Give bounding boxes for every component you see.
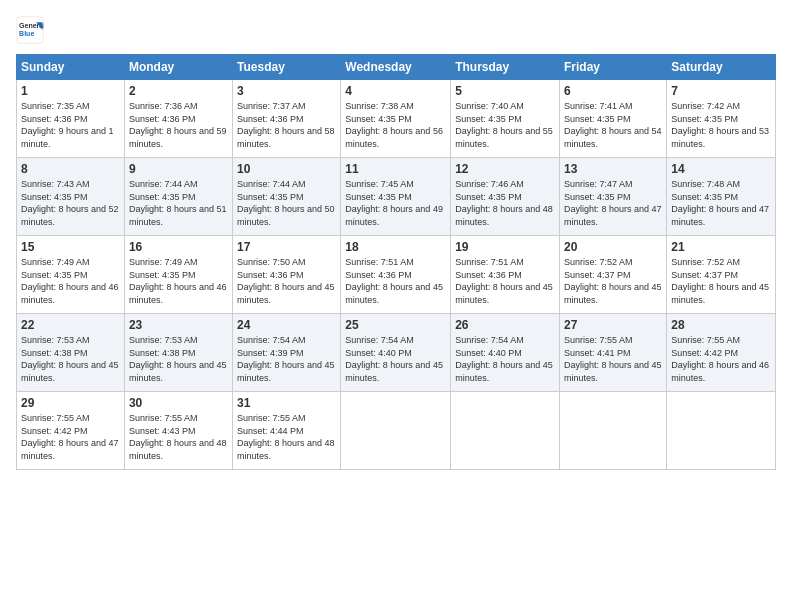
day-info: Sunrise: 7:35 AMSunset: 4:36 PMDaylight:…	[21, 100, 120, 150]
day-header-wednesday: Wednesday	[341, 55, 451, 80]
day-header-friday: Friday	[560, 55, 667, 80]
calendar-cell	[560, 392, 667, 470]
day-header-tuesday: Tuesday	[233, 55, 341, 80]
calendar-cell: 19Sunrise: 7:51 AMSunset: 4:36 PMDayligh…	[451, 236, 560, 314]
day-number: 9	[129, 162, 228, 176]
calendar-cell: 13Sunrise: 7:47 AMSunset: 4:35 PMDayligh…	[560, 158, 667, 236]
calendar-cell: 2Sunrise: 7:36 AMSunset: 4:36 PMDaylight…	[124, 80, 232, 158]
calendar-cell: 31Sunrise: 7:55 AMSunset: 4:44 PMDayligh…	[233, 392, 341, 470]
calendar-cell: 7Sunrise: 7:42 AMSunset: 4:35 PMDaylight…	[667, 80, 776, 158]
day-info: Sunrise: 7:36 AMSunset: 4:36 PMDaylight:…	[129, 100, 228, 150]
calendar-week-row: 29Sunrise: 7:55 AMSunset: 4:42 PMDayligh…	[17, 392, 776, 470]
day-info: Sunrise: 7:53 AMSunset: 4:38 PMDaylight:…	[129, 334, 228, 384]
calendar-cell: 25Sunrise: 7:54 AMSunset: 4:40 PMDayligh…	[341, 314, 451, 392]
day-info: Sunrise: 7:54 AMSunset: 4:40 PMDaylight:…	[345, 334, 446, 384]
day-number: 1	[21, 84, 120, 98]
day-header-sunday: Sunday	[17, 55, 125, 80]
day-number: 17	[237, 240, 336, 254]
day-info: Sunrise: 7:42 AMSunset: 4:35 PMDaylight:…	[671, 100, 771, 150]
calendar-week-row: 1Sunrise: 7:35 AMSunset: 4:36 PMDaylight…	[17, 80, 776, 158]
day-number: 19	[455, 240, 555, 254]
day-number: 13	[564, 162, 662, 176]
logo: General Blue	[16, 16, 44, 44]
calendar-cell: 12Sunrise: 7:46 AMSunset: 4:35 PMDayligh…	[451, 158, 560, 236]
day-number: 22	[21, 318, 120, 332]
calendar-cell: 1Sunrise: 7:35 AMSunset: 4:36 PMDaylight…	[17, 80, 125, 158]
day-number: 14	[671, 162, 771, 176]
day-number: 16	[129, 240, 228, 254]
calendar-cell: 17Sunrise: 7:50 AMSunset: 4:36 PMDayligh…	[233, 236, 341, 314]
day-info: Sunrise: 7:52 AMSunset: 4:37 PMDaylight:…	[671, 256, 771, 306]
calendar-cell: 14Sunrise: 7:48 AMSunset: 4:35 PMDayligh…	[667, 158, 776, 236]
day-number: 6	[564, 84, 662, 98]
calendar-cell: 18Sunrise: 7:51 AMSunset: 4:36 PMDayligh…	[341, 236, 451, 314]
calendar-cell: 28Sunrise: 7:55 AMSunset: 4:42 PMDayligh…	[667, 314, 776, 392]
calendar-cell: 16Sunrise: 7:49 AMSunset: 4:35 PMDayligh…	[124, 236, 232, 314]
calendar-cell	[451, 392, 560, 470]
day-header-thursday: Thursday	[451, 55, 560, 80]
calendar-week-row: 22Sunrise: 7:53 AMSunset: 4:38 PMDayligh…	[17, 314, 776, 392]
day-info: Sunrise: 7:41 AMSunset: 4:35 PMDaylight:…	[564, 100, 662, 150]
day-number: 26	[455, 318, 555, 332]
calendar-table: SundayMondayTuesdayWednesdayThursdayFrid…	[16, 54, 776, 470]
day-number: 11	[345, 162, 446, 176]
calendar-cell: 11Sunrise: 7:45 AMSunset: 4:35 PMDayligh…	[341, 158, 451, 236]
calendar-cell: 4Sunrise: 7:38 AMSunset: 4:35 PMDaylight…	[341, 80, 451, 158]
day-info: Sunrise: 7:49 AMSunset: 4:35 PMDaylight:…	[129, 256, 228, 306]
day-number: 7	[671, 84, 771, 98]
day-info: Sunrise: 7:44 AMSunset: 4:35 PMDaylight:…	[129, 178, 228, 228]
day-number: 2	[129, 84, 228, 98]
header: General Blue	[16, 16, 776, 44]
day-number: 31	[237, 396, 336, 410]
day-info: Sunrise: 7:38 AMSunset: 4:35 PMDaylight:…	[345, 100, 446, 150]
calendar-cell: 29Sunrise: 7:55 AMSunset: 4:42 PMDayligh…	[17, 392, 125, 470]
calendar-cell: 21Sunrise: 7:52 AMSunset: 4:37 PMDayligh…	[667, 236, 776, 314]
day-number: 23	[129, 318, 228, 332]
day-info: Sunrise: 7:55 AMSunset: 4:44 PMDaylight:…	[237, 412, 336, 462]
day-info: Sunrise: 7:45 AMSunset: 4:35 PMDaylight:…	[345, 178, 446, 228]
calendar-week-row: 15Sunrise: 7:49 AMSunset: 4:35 PMDayligh…	[17, 236, 776, 314]
day-info: Sunrise: 7:55 AMSunset: 4:41 PMDaylight:…	[564, 334, 662, 384]
day-number: 18	[345, 240, 446, 254]
calendar-cell: 22Sunrise: 7:53 AMSunset: 4:38 PMDayligh…	[17, 314, 125, 392]
day-info: Sunrise: 7:54 AMSunset: 4:40 PMDaylight:…	[455, 334, 555, 384]
day-info: Sunrise: 7:40 AMSunset: 4:35 PMDaylight:…	[455, 100, 555, 150]
calendar-cell: 15Sunrise: 7:49 AMSunset: 4:35 PMDayligh…	[17, 236, 125, 314]
day-number: 21	[671, 240, 771, 254]
day-info: Sunrise: 7:53 AMSunset: 4:38 PMDaylight:…	[21, 334, 120, 384]
day-info: Sunrise: 7:43 AMSunset: 4:35 PMDaylight:…	[21, 178, 120, 228]
day-info: Sunrise: 7:55 AMSunset: 4:42 PMDaylight:…	[671, 334, 771, 384]
day-info: Sunrise: 7:51 AMSunset: 4:36 PMDaylight:…	[345, 256, 446, 306]
day-info: Sunrise: 7:55 AMSunset: 4:43 PMDaylight:…	[129, 412, 228, 462]
day-number: 29	[21, 396, 120, 410]
day-header-monday: Monday	[124, 55, 232, 80]
day-number: 10	[237, 162, 336, 176]
calendar-cell	[667, 392, 776, 470]
calendar-cell: 6Sunrise: 7:41 AMSunset: 4:35 PMDaylight…	[560, 80, 667, 158]
day-info: Sunrise: 7:49 AMSunset: 4:35 PMDaylight:…	[21, 256, 120, 306]
calendar-header-row: SundayMondayTuesdayWednesdayThursdayFrid…	[17, 55, 776, 80]
day-info: Sunrise: 7:48 AMSunset: 4:35 PMDaylight:…	[671, 178, 771, 228]
calendar-cell: 30Sunrise: 7:55 AMSunset: 4:43 PMDayligh…	[124, 392, 232, 470]
calendar-cell: 3Sunrise: 7:37 AMSunset: 4:36 PMDaylight…	[233, 80, 341, 158]
calendar-cell: 8Sunrise: 7:43 AMSunset: 4:35 PMDaylight…	[17, 158, 125, 236]
calendar-page: General Blue SundayMondayTuesdayWednesda…	[0, 0, 792, 612]
day-info: Sunrise: 7:50 AMSunset: 4:36 PMDaylight:…	[237, 256, 336, 306]
svg-text:Blue: Blue	[19, 30, 34, 37]
calendar-cell: 26Sunrise: 7:54 AMSunset: 4:40 PMDayligh…	[451, 314, 560, 392]
calendar-cell	[341, 392, 451, 470]
day-info: Sunrise: 7:44 AMSunset: 4:35 PMDaylight:…	[237, 178, 336, 228]
day-number: 15	[21, 240, 120, 254]
calendar-cell: 24Sunrise: 7:54 AMSunset: 4:39 PMDayligh…	[233, 314, 341, 392]
calendar-cell: 5Sunrise: 7:40 AMSunset: 4:35 PMDaylight…	[451, 80, 560, 158]
day-number: 24	[237, 318, 336, 332]
logo-icon: General Blue	[16, 16, 44, 44]
day-info: Sunrise: 7:37 AMSunset: 4:36 PMDaylight:…	[237, 100, 336, 150]
calendar-week-row: 8Sunrise: 7:43 AMSunset: 4:35 PMDaylight…	[17, 158, 776, 236]
day-number: 20	[564, 240, 662, 254]
day-info: Sunrise: 7:55 AMSunset: 4:42 PMDaylight:…	[21, 412, 120, 462]
day-number: 28	[671, 318, 771, 332]
day-info: Sunrise: 7:52 AMSunset: 4:37 PMDaylight:…	[564, 256, 662, 306]
day-number: 3	[237, 84, 336, 98]
day-number: 12	[455, 162, 555, 176]
